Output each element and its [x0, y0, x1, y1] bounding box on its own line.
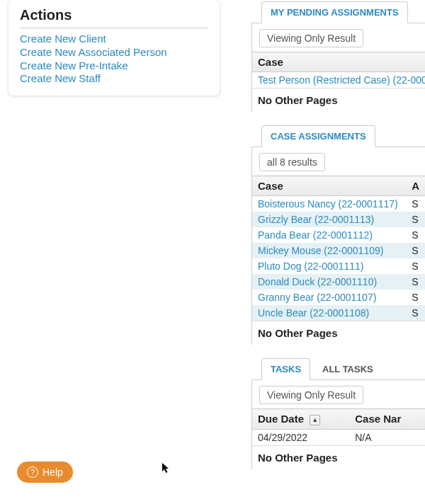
- case-link[interactable]: Uncle Bear (22-0001108): [258, 307, 369, 319]
- tab-all-tasks[interactable]: ALL TASKS: [313, 358, 382, 380]
- tab-case-assignments[interactable]: CASE ASSIGNMENTS: [261, 125, 375, 147]
- case-link[interactable]: Pluto Dog (22-0001111): [258, 260, 363, 272]
- case-link[interactable]: Boisterous Nancy (22-0001117): [258, 198, 398, 210]
- actions-title: Actions: [20, 7, 208, 23]
- case-footer: No Other Pages: [252, 321, 425, 345]
- case-second-col: S: [406, 212, 425, 227]
- case-assignments-panel: CASE ASSIGNMENTS all 8 results Case A Bo…: [251, 125, 425, 345]
- case-second-col: S: [406, 243, 425, 258]
- create-new-staff-link[interactable]: Create New Staff: [20, 72, 208, 86]
- tasks-panel: TASKS ALL TASKS Viewing Only Result Due …: [251, 357, 425, 469]
- table-row: Grizzly Bear (22-0001113)S: [252, 212, 425, 227]
- pending-assignments-panel: MY PENDING ASSIGNMENTS Viewing Only Resu…: [251, 1, 425, 112]
- pending-col-case[interactable]: Case: [252, 52, 425, 72]
- table-row: Panda Bear (22-0001112)S: [252, 227, 425, 243]
- case-second-col: S: [406, 290, 425, 305]
- col-due-label: Due Date: [258, 413, 304, 425]
- case-second-col: S: [406, 305, 425, 321]
- case-link[interactable]: Panda Bear (22-0001112): [258, 229, 373, 241]
- table-row: Test Person (Restricted Case) (22-000: [252, 72, 425, 88]
- create-new-associated-person-link[interactable]: Create New Associated Person: [20, 46, 208, 59]
- table-row: 04/29/2022 N/A: [252, 429, 425, 445]
- actions-card: Actions Create New Client Create New Ass…: [8, 0, 220, 96]
- tasks-col-due[interactable]: Due Date ▲: [252, 409, 349, 430]
- case-col-case[interactable]: Case: [252, 176, 406, 196]
- create-new-client-link[interactable]: Create New Client: [20, 33, 208, 46]
- tasks-results-button[interactable]: Viewing Only Result: [259, 386, 363, 404]
- case-second-col: S: [406, 196, 425, 212]
- case-second-col: S: [406, 258, 425, 274]
- case-second-col: S: [406, 227, 425, 243]
- pending-case-link[interactable]: Test Person (Restricted Case) (22-000: [258, 74, 425, 86]
- help-button[interactable]: ? Help: [17, 462, 73, 483]
- table-row: Granny Bear (22-0001107)S: [252, 290, 425, 305]
- divider: [20, 28, 208, 28]
- table-row: Boisterous Nancy (22-0001117)S: [252, 196, 425, 212]
- sort-asc-icon[interactable]: ▲: [310, 415, 320, 425]
- tasks-col-case[interactable]: Case Nar: [349, 409, 425, 430]
- table-row: Mickey Mouse (22-0001109)S: [252, 243, 425, 258]
- help-icon: ?: [27, 466, 38, 478]
- tab-my-pending-assignments[interactable]: MY PENDING ASSIGNMENTS: [261, 1, 408, 23]
- case-link[interactable]: Donald Duck (22-0001110): [258, 276, 377, 287]
- case-link[interactable]: Grizzly Bear (22-0001113): [258, 214, 374, 225]
- task-due-date: 04/29/2022: [252, 429, 349, 445]
- case-link[interactable]: Granny Bear (22-0001107): [258, 292, 376, 303]
- tab-tasks[interactable]: TASKS: [261, 358, 310, 380]
- task-case-name: N/A: [349, 429, 425, 445]
- tasks-footer: No Other Pages: [252, 445, 425, 469]
- pending-results-button[interactable]: Viewing Only Result: [259, 29, 363, 47]
- case-col-b[interactable]: A: [406, 176, 425, 196]
- table-row: Pluto Dog (22-0001111)S: [252, 258, 425, 274]
- table-row: Donald Duck (22-0001110)S: [252, 274, 425, 290]
- case-second-col: S: [406, 274, 425, 290]
- case-results-button[interactable]: all 8 results: [259, 153, 325, 171]
- pending-footer: No Other Pages: [252, 88, 425, 112]
- case-link[interactable]: Mickey Mouse (22-0001109): [258, 245, 383, 256]
- create-new-pre-intake-link[interactable]: Create New Pre-Intake: [20, 59, 208, 73]
- table-row: Uncle Bear (22-0001108)S: [252, 305, 425, 321]
- help-label: Help: [42, 466, 63, 478]
